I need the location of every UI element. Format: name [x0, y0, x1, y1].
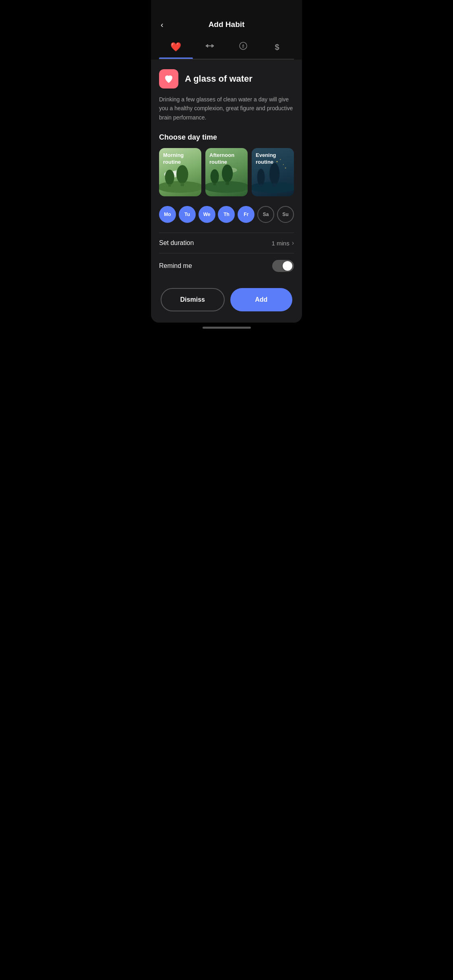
- day-button-we[interactable]: We: [199, 206, 215, 223]
- heart-icon: ❤️: [170, 42, 181, 52]
- habit-header: A glass of water: [159, 69, 294, 89]
- routine-cards: Morning routine: [159, 148, 294, 196]
- routine-morning-label: Morning routine: [163, 152, 201, 166]
- home-bar: [203, 327, 251, 329]
- routine-afternoon-label: Afternoon routine: [209, 152, 248, 166]
- routine-evening-label: Evening routine: [256, 152, 294, 166]
- svg-rect-19: [213, 183, 216, 185]
- day-button-su[interactable]: Su: [277, 206, 294, 223]
- dismiss-button[interactable]: Dismiss: [161, 288, 225, 311]
- habit-description: Drinking a few glasses of clean water a …: [159, 95, 294, 122]
- duration-label: Set duration: [159, 239, 194, 247]
- money-icon: $: [275, 43, 279, 52]
- svg-rect-4: [208, 45, 212, 46]
- day-button-tu[interactable]: Tu: [179, 206, 196, 223]
- svg-rect-21: [225, 181, 229, 185]
- svg-text:₿: ₿: [242, 44, 244, 48]
- day-button-mo[interactable]: Mo: [159, 206, 176, 223]
- svg-point-13: [176, 165, 188, 183]
- category-tabs: ❤️ ₿: [159, 37, 294, 60]
- svg-point-30: [269, 163, 279, 185]
- svg-rect-12: [168, 184, 171, 187]
- svg-rect-29: [260, 184, 262, 187]
- tab-mindfulness[interactable]: ₿: [227, 37, 261, 59]
- chevron-right-icon: ›: [292, 239, 294, 247]
- mindfulness-icon: ₿: [238, 41, 248, 53]
- day-button-th[interactable]: Th: [218, 206, 235, 223]
- add-button[interactable]: Add: [230, 288, 293, 311]
- remind-me-row: Remind me: [159, 253, 294, 278]
- day-button-fr[interactable]: Fr: [238, 206, 254, 223]
- svg-rect-14: [181, 183, 184, 186]
- svg-point-20: [222, 165, 233, 182]
- back-button[interactable]: ‹: [159, 19, 165, 31]
- duration-value: 1 mins: [271, 240, 289, 247]
- content-card: A glass of water Drinking a few glasses …: [151, 60, 302, 323]
- svg-point-26: [285, 167, 286, 169]
- choose-daytime-section: Choose day time Morning routine: [159, 133, 294, 196]
- routine-card-afternoon[interactable]: Afternoon routine: [205, 148, 248, 196]
- routine-card-evening[interactable]: Evening routine: [252, 148, 294, 196]
- back-icon: ‹: [161, 20, 163, 29]
- fitness-icon: [205, 41, 215, 53]
- tab-money[interactable]: $: [260, 39, 294, 58]
- remind-me-toggle[interactable]: [272, 260, 294, 272]
- habit-name: A glass of water: [185, 74, 252, 84]
- page-title: Add Habit: [209, 20, 245, 29]
- toggle-thumb: [283, 261, 292, 271]
- habit-icon: [159, 69, 178, 89]
- set-duration-row[interactable]: Set duration 1 mins ›: [159, 233, 294, 253]
- svg-point-18: [211, 169, 219, 184]
- svg-point-11: [165, 170, 174, 185]
- duration-value-group: 1 mins ›: [271, 239, 294, 247]
- bottom-buttons: Dismiss Add: [159, 288, 294, 311]
- day-buttons: Mo Tu We Th Fr Sa Su: [159, 206, 294, 223]
- day-button-sa[interactable]: Sa: [257, 206, 274, 223]
- remind-me-label: Remind me: [159, 262, 192, 270]
- svg-rect-31: [273, 183, 276, 186]
- svg-point-28: [257, 169, 265, 186]
- routine-card-morning[interactable]: Morning routine: [159, 148, 201, 196]
- section-label-daytime: Choose day time: [159, 133, 294, 142]
- tab-fitness[interactable]: [193, 37, 227, 59]
- home-indicator: [151, 323, 302, 331]
- tab-health[interactable]: ❤️: [159, 38, 193, 58]
